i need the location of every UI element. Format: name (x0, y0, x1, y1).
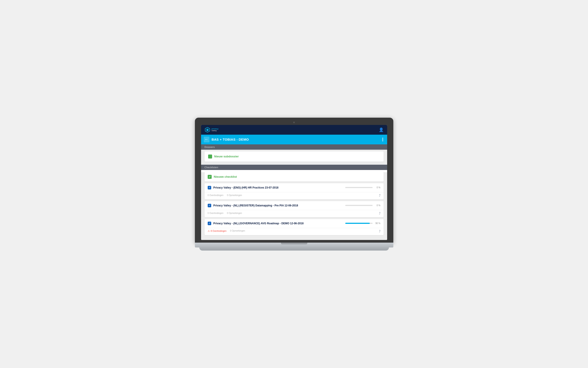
new-checklist-row[interactable]: ✓ Nieuwe checklist (208, 175, 381, 179)
meta-info-1: 0 Overtredingen 0 Opmerkingen (208, 212, 242, 214)
checklist-name-0: Privacy Valley - (ENG) (HR) HR Practices… (213, 186, 279, 189)
progress-area-1: 0 % (345, 204, 381, 207)
checklist-title-row-2: Privacy Valley - (NL) (GOVERNANCE) AVG R… (208, 222, 345, 225)
dot2 (382, 139, 383, 140)
app-header: privacy valley 👤 (201, 125, 387, 135)
checklist-item-0: Privacy Valley - (ENG) (HR) HR Practices… (205, 183, 384, 199)
checklist-item-2: Privacy Valley - (NL) (GOVERNANCE) AVG R… (205, 219, 384, 235)
menu-button[interactable] (381, 137, 385, 142)
checklist-top-1: Privacy Valley - (NL) (REGISTER) Datamap… (205, 201, 384, 210)
export-button-0[interactable]: ⤴ (379, 193, 381, 197)
logo-area: privacy valley (205, 127, 219, 133)
progress-bar-fill-2 (345, 223, 370, 224)
laptop-foot (199, 248, 389, 250)
page-title: BAS + TOBIAS - DEMO (212, 138, 249, 141)
checklist-checkbox-0[interactable] (208, 186, 211, 189)
checklist-name-1: Privacy Valley - (NL) (REGISTER) Datamap… (213, 204, 298, 207)
checklist-title-row-0: Privacy Valley - (ENG) (HR) HR Practices… (208, 186, 345, 189)
overtredingen-1: 0 Overtredingen (208, 212, 224, 214)
opmerkingen-1: 0 Opmerkingen (227, 212, 242, 214)
checklist-top-0: Privacy Valley - (ENG) (HR) HR Practices… (205, 183, 384, 192)
checklisten-section-header: Checklisten (201, 165, 387, 170)
user-icon[interactable]: 👤 (379, 127, 384, 132)
dot3 (382, 140, 383, 141)
title-bar: ← BAS + TOBIAS - DEMO (201, 135, 387, 144)
progress-bar-bg-0 (345, 187, 373, 188)
new-subdossier-card[interactable]: Nieuw subdossier (205, 151, 384, 162)
laptop-screen: privacy valley 👤 ← BAS + TOBIAS - DEMO (201, 125, 387, 240)
progress-pct-0: 0 % (374, 186, 381, 189)
checklist-bottom-2: ⚠ 8 Overtredingen 0 Opmerkingen ⤴ (205, 228, 384, 235)
overtredingen-0: 0 Overtredingen (208, 194, 224, 196)
laptop-base (195, 243, 393, 248)
opmerkingen-0: 0 Opmerkingen (227, 194, 242, 196)
new-subdossier-icon (208, 155, 212, 158)
logo-icon (205, 127, 210, 133)
screen-bezel: privacy valley 👤 ← BAS + TOBIAS - DEMO (195, 118, 393, 243)
back-button[interactable]: ← (204, 137, 210, 142)
dot1 (382, 138, 383, 139)
checklist-top-2: Privacy Valley - (NL) (GOVERNANCE) AVG R… (205, 219, 384, 228)
checklist-title-row-1: Privacy Valley - (NL) (REGISTER) Datamap… (208, 204, 345, 207)
laptop-frame: privacy valley 👤 ← BAS + TOBIAS - DEMO (195, 118, 393, 250)
logo-line2: valley (212, 130, 219, 132)
checklist-checkbox-2[interactable] (208, 222, 211, 225)
progress-bar-bg-2 (345, 223, 373, 224)
progress-area-2: 90 % (345, 222, 381, 224)
logo-text: privacy valley (212, 128, 219, 132)
new-subdossier-row[interactable]: Nieuw subdossier (208, 155, 380, 158)
camera (293, 122, 295, 123)
progress-area-0: 0 % (345, 186, 381, 189)
meta-info-2: ⚠ 8 Overtredingen 0 Opmerkingen (208, 230, 245, 232)
title-bar-left: ← BAS + TOBIAS - DEMO (204, 137, 249, 142)
export-button-1[interactable]: ⤴ (379, 212, 381, 215)
new-checklist-icon: ✓ (208, 175, 212, 179)
overtredingen-2: ⚠ 8 Overtredingen (208, 230, 227, 232)
checklist-bottom-0: 0 Overtredingen 0 Opmerkingen ⤴ (205, 192, 384, 199)
warning-icon-2: ⚠ (208, 230, 210, 232)
checklist-item-1: Privacy Valley - (NL) (REGISTER) Datamap… (205, 201, 384, 217)
dossiers-section-content: Nieuw subdossier (201, 150, 387, 165)
progress-pct-1: 0 % (374, 204, 381, 207)
opmerkingen-2: 0 Opmerkingen (230, 230, 245, 232)
checkmark: ✓ (209, 175, 211, 178)
checklist-checkbox-1[interactable] (208, 204, 211, 207)
checklist-bottom-1: 0 Overtredingen 0 Opmerkingen ⤴ (205, 210, 384, 217)
checklists-section: ✓ Nieuwe checklist Privacy Valley - (ENG… (201, 172, 387, 240)
meta-info-0: 0 Overtredingen 0 Opmerkingen (208, 194, 242, 196)
export-button-2[interactable]: ⤴ (379, 229, 381, 233)
new-checklist-card[interactable]: ✓ Nieuwe checklist (205, 172, 384, 182)
progress-bar-bg-1 (345, 205, 373, 206)
new-checklist-label: Nieuwe checklist (214, 175, 237, 178)
dossiers-section-header: Dossiers (201, 144, 387, 150)
checklist-name-2: Privacy Valley - (NL) (GOVERNANCE) AVG R… (213, 222, 304, 225)
progress-pct-2: 90 % (374, 222, 381, 224)
new-subdossier-label: Nieuw subdossier (214, 155, 239, 158)
